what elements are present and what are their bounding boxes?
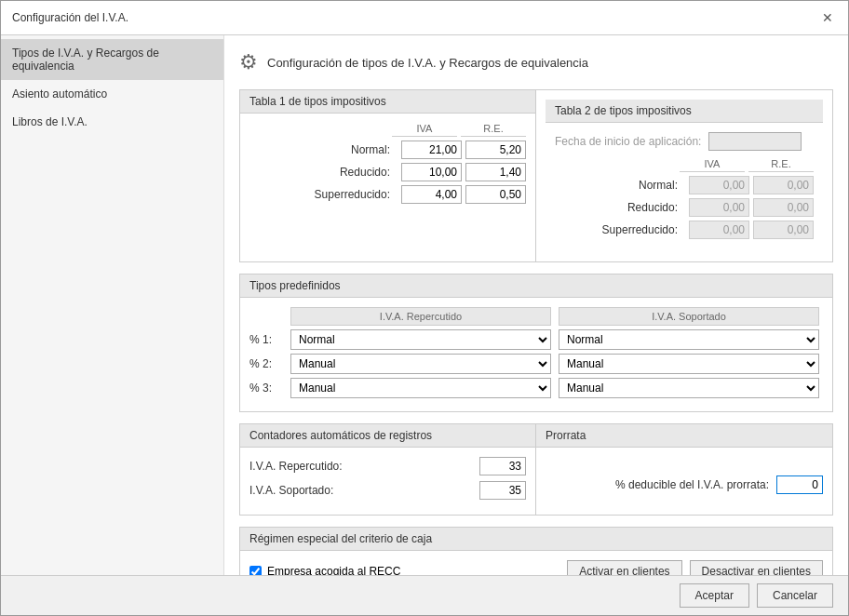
tabla2-superreducido-re[interactable] <box>753 221 814 239</box>
window-body: Tipos de I.V.A. y Recargos de equivalenc… <box>1 35 848 575</box>
footer: Aceptar Cancelar <box>1 575 848 615</box>
counter-repercutido-label: I.V.A. Repercutido: <box>249 460 479 473</box>
counter-soportado-input[interactable] <box>479 481 526 500</box>
tabla1-header: Tabla 1 de tipos impositivos <box>240 90 535 114</box>
prorrata-col: Prorrata % deducible del I.V.A. prorrata… <box>536 424 832 515</box>
window-title: Configuración del I.V.A. <box>12 11 128 24</box>
pred-row-3: % 3: NormalReducidoSuperreducidoManual N… <box>249 378 823 398</box>
sidebar-item-libros-iva[interactable]: Libros de I.V.A. <box>1 108 223 136</box>
sidebar-item-asiento-auto[interactable]: Asiento automático <box>1 80 223 108</box>
sidebar: Tipos de I.V.A. y Recargos de equivalenc… <box>1 35 224 575</box>
tabla2-col-headers: IVA R.E. <box>555 158 814 172</box>
activar-clientes-button[interactable]: Activar en clientes <box>567 560 681 575</box>
tables-two-col: Tabla 1 de tipos impositivos IVA R.E. No… <box>240 90 832 261</box>
pred-repercutido-1[interactable]: NormalReducidoSuperreducidoManual <box>290 329 551 350</box>
pred-label-3: % 3: <box>249 382 287 395</box>
close-button[interactable]: ✕ <box>818 8 837 27</box>
aceptar-button[interactable]: Aceptar <box>680 583 749 608</box>
pred-spacer <box>249 307 287 326</box>
tabla2-row-reducido: Reducido: <box>555 198 814 217</box>
tabla1-iva-header: IVA <box>392 123 457 137</box>
tabla2-reducido-label: Reducido: <box>555 201 685 214</box>
tabla1-normal-re[interactable] <box>465 141 526 159</box>
main-header: ⚙ Configuración de tipos de I.V.A. y Rec… <box>239 50 833 74</box>
prorrata-label: % deducible del I.V.A. prorrata: <box>546 478 776 491</box>
pred-repercutido-3[interactable]: NormalReducidoSuperreducidoManual <box>290 378 551 398</box>
counter-row-repercutido: I.V.A. Repercutido: <box>249 457 526 475</box>
tabla1-re-header: R.E. <box>461 123 526 137</box>
fecha-input[interactable] <box>708 132 802 151</box>
tables-section: Tabla 1 de tipos impositivos IVA R.E. No… <box>239 89 833 262</box>
pred-header-row: I.V.A. Repercutido I.V.A. Soportado <box>249 307 823 326</box>
tabla2-row-superreducido: Superreducido: <box>555 221 814 239</box>
contadores-body: I.V.A. Repercutido: I.V.A. Soportado: <box>240 448 535 515</box>
cancelar-button[interactable]: Cancelar <box>757 583 833 608</box>
recc-buttons: Activar en clientes Desactivar en client… <box>567 560 823 575</box>
tabla1-reducido-iva[interactable] <box>401 163 462 181</box>
tabla1-reducido-re[interactable] <box>465 163 526 181</box>
tabla1-normal-label: Normal: <box>249 143 398 156</box>
pred-soportado-header: I.V.A. Soportado <box>559 307 819 326</box>
tabla2-normal-re[interactable] <box>753 176 814 194</box>
pred-label-2: % 2: <box>249 357 287 370</box>
predefinidos-body: I.V.A. Repercutido I.V.A. Soportado % 1:… <box>240 298 832 411</box>
tabla1-superreducido-iva[interactable] <box>401 185 462 204</box>
tabla2-normal-label: Normal: <box>555 179 685 192</box>
tabla2-row-normal: Normal: <box>555 176 814 194</box>
tabla2-superreducido-iva[interactable] <box>689 221 749 239</box>
predefinidos-section: Tipos predefinidos I.V.A. Repercutido I.… <box>239 274 833 412</box>
tabla1-col: Tabla 1 de tipos impositivos IVA R.E. No… <box>240 90 536 261</box>
pred-repercutido-2[interactable]: NormalReducidoSuperreducidoManual <box>290 354 551 374</box>
main-title: Configuración de tipos de I.V.A. y Recar… <box>267 56 588 70</box>
recc-checkbox-text: Empresa acogida al RECC <box>267 565 400 575</box>
fecha-row: Fecha de inicio de aplicación: <box>555 132 814 151</box>
contadores-header: Contadores automáticos de registros <box>240 424 535 448</box>
pred-label-1: % 1: <box>249 333 287 346</box>
tabla1-row-normal: Normal: <box>249 141 526 159</box>
prorrata-body: % deducible del I.V.A. prorrata: <box>536 448 832 503</box>
counter-row-soportado: I.V.A. Soportado: <box>249 481 526 500</box>
tabla2-reducido-re[interactable] <box>753 198 814 217</box>
counter-soportado-label: I.V.A. Soportado: <box>249 484 479 497</box>
tabla1-row-superreducido: Superreducido: <box>249 185 526 204</box>
tabla2-col: Tabla 2 de tipos impositivos Fecha de in… <box>536 90 832 261</box>
tabla1-superreducido-re[interactable] <box>465 185 526 204</box>
main-window: Configuración del I.V.A. ✕ Tipos de I.V.… <box>0 0 849 616</box>
prorrata-input[interactable] <box>776 475 823 494</box>
recc-header: Régimen especial del criterio de caja <box>240 528 832 551</box>
recc-section: Régimen especial del criterio de caja Em… <box>239 527 833 575</box>
tabla1-superreducido-label: Superreducido: <box>249 188 398 201</box>
tabla1-reducido-label: Reducido: <box>249 166 398 179</box>
tabla2-body: Fecha de inicio de aplicación: IVA R.E. … <box>546 123 823 252</box>
prorrata-row: % deducible del I.V.A. prorrata: <box>546 475 823 494</box>
tabla2-header: Tabla 2 de tipos impositivos <box>546 100 823 123</box>
pred-row-2: % 2: NormalReducidoSuperreducidoManual N… <box>249 354 823 374</box>
gear-icon: ⚙ <box>239 50 258 74</box>
pred-row-1: % 1: NormalReducidoSuperreducidoManual N… <box>249 329 823 350</box>
tabla1-body: IVA R.E. Normal: Reducido: <box>240 114 535 217</box>
recc-checkbox[interactable] <box>249 566 262 576</box>
tabla2-reducido-iva[interactable] <box>689 198 749 217</box>
tabla1-col-headers: IVA R.E. <box>249 123 526 137</box>
counter-repercutido-input[interactable] <box>479 457 526 475</box>
tabla2-iva-header: IVA <box>680 158 745 172</box>
sidebar-item-tipos-iva[interactable]: Tipos de I.V.A. y Recargos de equivalenc… <box>1 39 223 80</box>
pred-soportado-3[interactable]: NormalReducidoSuperreducidoManual <box>559 378 819 398</box>
pred-repercutido-header: I.V.A. Repercutido <box>290 307 551 326</box>
main-content: ⚙ Configuración de tipos de I.V.A. y Rec… <box>224 35 848 575</box>
tabla1-normal-iva[interactable] <box>401 141 462 159</box>
recc-body: Empresa acogida al RECC Activar en clien… <box>240 551 832 575</box>
tabla2-normal-iva[interactable] <box>689 176 749 194</box>
fecha-label: Fecha de inicio de aplicación: <box>555 135 701 148</box>
desactivar-clientes-button[interactable]: Desactivar en clientes <box>690 560 823 575</box>
bottom-section: Contadores automáticos de registros I.V.… <box>239 423 833 516</box>
recc-checkbox-label[interactable]: Empresa acogida al RECC <box>249 565 400 575</box>
pred-soportado-2[interactable]: NormalReducidoSuperreducidoManual <box>559 354 819 374</box>
predefinidos-header: Tipos predefinidos <box>240 275 832 298</box>
prorrata-header: Prorrata <box>536 424 832 448</box>
tabla2-superreducido-label: Superreducido: <box>555 223 685 236</box>
pred-soportado-1[interactable]: NormalReducidoSuperreducidoManual <box>559 329 819 350</box>
title-bar: Configuración del I.V.A. ✕ <box>1 1 848 35</box>
bottom-two-col: Contadores automáticos de registros I.V.… <box>240 424 832 515</box>
contadores-col: Contadores automáticos de registros I.V.… <box>240 424 536 515</box>
